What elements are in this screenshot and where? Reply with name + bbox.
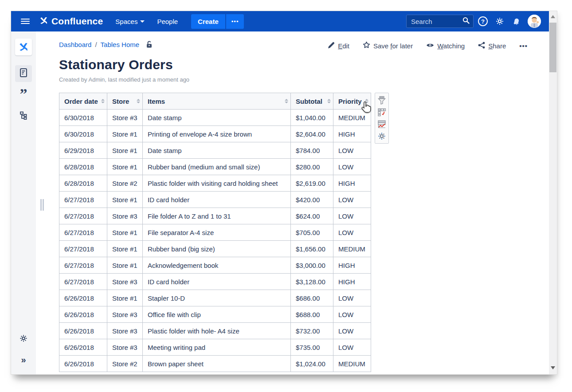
page-icon xyxy=(19,68,28,79)
gear-icon xyxy=(19,334,28,345)
pencil-icon xyxy=(328,42,335,50)
sidebar-resize-handle[interactable] xyxy=(40,199,44,211)
table-cell: Store #1 xyxy=(107,142,143,159)
table-cell: Store #1 xyxy=(107,257,143,274)
sidebar-item-blog[interactable]: ” xyxy=(15,86,32,103)
filter-table-icon[interactable] xyxy=(376,95,387,106)
chart-from-table-icon[interactable] xyxy=(376,119,387,129)
watching-button[interactable]: Watching xyxy=(426,42,465,50)
avatar[interactable] xyxy=(528,15,541,28)
column-header-store[interactable]: Store xyxy=(107,93,143,110)
table-cell: LOW xyxy=(333,306,371,323)
table-cell: LOW xyxy=(333,290,371,306)
sort-icon[interactable] xyxy=(365,99,368,103)
search-box[interactable] xyxy=(406,15,474,28)
sort-icon[interactable] xyxy=(285,99,288,103)
scroll-up-arrow[interactable] xyxy=(551,15,555,18)
table-cell: $686.00 xyxy=(291,290,333,306)
column-header-order-date[interactable]: Order date xyxy=(59,93,107,110)
sort-icon[interactable] xyxy=(101,99,105,103)
confluence-brand[interactable]: Confluence xyxy=(39,16,103,27)
sidebar-expand[interactable]: » xyxy=(15,351,32,368)
vertical-scrollbar[interactable] xyxy=(549,11,557,374)
create-more-button[interactable]: ••• xyxy=(226,14,244,29)
table-row: 6/26/2018Store #1Stapler 10-D$686.00LOW xyxy=(59,290,371,306)
brand-name: Confluence xyxy=(51,16,103,27)
column-header-priority[interactable]: Priority xyxy=(333,93,371,110)
pivot-table-icon[interactable] xyxy=(376,107,387,118)
table-cell: MEDIUM xyxy=(333,241,371,257)
table-row: 6/26/2018Store #3Meeting writing pad$735… xyxy=(59,339,371,356)
table-cell: Store #3 xyxy=(107,110,143,126)
table-cell: 6/30/2018 xyxy=(59,126,107,142)
table-row: 6/27/2018Store #1File separator A-4 size… xyxy=(59,224,371,241)
table-row: 6/26/2018Store #2Brown paper sheet$1,024… xyxy=(59,356,371,372)
column-header-subtotal[interactable]: Subtotal xyxy=(291,93,333,110)
table-cell: LOW xyxy=(333,192,371,208)
table-cell: 6/27/2018 xyxy=(59,241,107,257)
table-cell: Stapler 10-D xyxy=(143,290,291,306)
sidebar-item-page-tree[interactable] xyxy=(15,108,32,125)
eye-icon xyxy=(426,42,434,50)
table-row: 6/30/2018Store #3Date stamp$1,040.00MEDI… xyxy=(59,110,371,126)
table-cell: HIGH xyxy=(333,126,371,142)
table-row: 6/27/2018Store #1Rubber band (big size)$… xyxy=(59,241,371,257)
share-button[interactable]: Share xyxy=(478,42,506,50)
help-icon[interactable]: ? xyxy=(475,14,490,29)
nav-spaces[interactable]: Spaces xyxy=(115,18,145,25)
page-title: Stationary Orders xyxy=(59,57,528,72)
sidebar-settings[interactable] xyxy=(15,331,32,348)
table-cell: Meeting writing pad xyxy=(143,339,291,356)
table-cell: 6/26/2018 xyxy=(59,323,107,339)
table-cell: $688.00 xyxy=(291,306,333,323)
column-header-items[interactable]: Items xyxy=(143,93,291,110)
table-cell: $420.00 xyxy=(291,192,333,208)
unlock-icon[interactable] xyxy=(145,40,153,48)
table-cell: Store #1 xyxy=(107,192,143,208)
table-cell: MEDIUM xyxy=(333,356,371,372)
table-cell: Store #1 xyxy=(107,241,143,257)
table-cell: Date stamp xyxy=(143,142,291,159)
edit-button[interactable]: Edit xyxy=(328,42,349,50)
more-actions-button[interactable]: ••• xyxy=(519,42,528,50)
save-for-later-button[interactable]: Save for later xyxy=(363,41,413,50)
top-navbar: Confluence Spaces People Create ••• ? xyxy=(11,11,549,31)
create-button[interactable]: Create xyxy=(191,14,225,29)
sidebar-item-pages[interactable] xyxy=(15,65,32,82)
table-cell: Store #2 xyxy=(107,175,143,192)
breadcrumb-dashboard[interactable]: Dashboard xyxy=(59,41,91,48)
search-input[interactable] xyxy=(411,18,462,25)
table-cell: $1,024.00 xyxy=(291,356,333,372)
table-settings-icon[interactable] xyxy=(376,131,387,141)
gear-icon[interactable] xyxy=(492,14,507,29)
table-cell: Office file with clip xyxy=(143,306,291,323)
table-cell: Rubber band (big size) xyxy=(143,241,291,257)
table-cell: Store #3 xyxy=(107,323,143,339)
sort-icon[interactable] xyxy=(327,99,331,103)
table-cell: HIGH xyxy=(333,257,371,274)
table-row: 6/28/2018Store #1Rubber band (medium and… xyxy=(59,159,371,175)
space-logo[interactable] xyxy=(15,39,32,55)
tree-icon xyxy=(19,111,28,122)
table-cell: Store #3 xyxy=(107,306,143,323)
scroll-down-arrow[interactable] xyxy=(551,366,555,369)
action-label: ••• xyxy=(519,42,528,50)
page-actions: Edit Save for later Watching Share xyxy=(328,40,528,50)
table-cell: LOW xyxy=(333,323,371,339)
table-row: 6/29/2018Store #1Date stamp$784.00LOW xyxy=(59,142,371,159)
table-cell: Date stamp xyxy=(143,110,291,126)
table-row: 6/28/2018Store #2Plastic folder with vis… xyxy=(59,175,371,192)
nav-people[interactable]: People xyxy=(157,18,178,25)
search-icon[interactable] xyxy=(462,17,470,26)
hamburger-icon[interactable] xyxy=(21,19,30,24)
table-cell: Store #1 xyxy=(107,159,143,175)
table-cell: Store #3 xyxy=(107,339,143,356)
sort-icon[interactable] xyxy=(137,99,140,103)
table-cell: Store #3 xyxy=(107,208,143,224)
table-cell: LOW xyxy=(333,339,371,356)
breadcrumb-tables-home[interactable]: Tables Home xyxy=(101,41,140,48)
table-cell: $624.00 xyxy=(291,208,333,224)
bell-icon[interactable] xyxy=(509,14,524,29)
table-header-row: Order date Store Items Subtotal Priority xyxy=(59,93,371,110)
scroll-thumb[interactable] xyxy=(549,23,556,72)
